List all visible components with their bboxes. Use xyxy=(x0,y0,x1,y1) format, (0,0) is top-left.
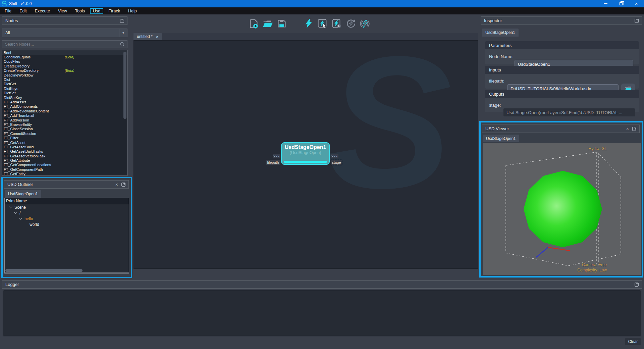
minimize-icon xyxy=(604,3,607,4)
node-list-item[interactable]: Dict xyxy=(2,77,127,82)
graph-toolbar xyxy=(133,16,478,31)
node-list-item-label: FT_GetAssetVersionTask xyxy=(4,154,45,158)
node-list-item[interactable]: FT_AddComponents xyxy=(2,104,127,109)
node-list-item[interactable]: DictSetKey xyxy=(2,95,127,100)
input-port-icon[interactable]: >>> xyxy=(273,154,280,158)
chevron-down-icon[interactable] xyxy=(9,205,12,208)
execute-from-selected-button[interactable] xyxy=(331,18,342,29)
tree-item-hello[interactable]: hello xyxy=(5,216,129,221)
node-list-item[interactable]: DictKeys xyxy=(2,86,127,91)
popout-icon[interactable] xyxy=(632,127,636,131)
node-list-item-label: DictKeys xyxy=(4,87,18,91)
menu-item-help[interactable]: Help xyxy=(125,8,140,14)
auto-execute-button[interactable] xyxy=(345,18,356,29)
node-list-item-label: FT_GetComponentLocations xyxy=(4,163,51,167)
execute-selected-button[interactable] xyxy=(317,18,328,29)
chevron-down-icon[interactable] xyxy=(19,216,22,220)
node-list-item[interactable]: ConditionEquals(Beta) xyxy=(2,55,127,59)
node-list-item[interactable]: FT_GetEntity xyxy=(2,172,127,176)
menu-item-file[interactable]: File xyxy=(2,8,14,14)
node-list-item[interactable]: FT_CloseSession xyxy=(2,127,127,131)
menu-item-tools[interactable]: Tools xyxy=(72,8,88,14)
node-list-item[interactable]: FT_GetAssetBuild xyxy=(2,145,127,149)
inspector-tab[interactable]: UsdStageOpen1 xyxy=(482,29,519,37)
node-list-item[interactable]: FT_AddVersion xyxy=(2,118,127,122)
usd-viewer-panel: USD Viewer × UsdStageOpen1 Hydra: GL C xyxy=(479,121,643,278)
parameters-group: Parameters Node Name: xyxy=(485,41,639,64)
popout-icon[interactable] xyxy=(121,183,125,187)
node-list-item-label: DictSetKey xyxy=(4,96,22,100)
tree-item-label: world xyxy=(30,222,39,227)
app-logo-icon xyxy=(2,1,7,6)
node-list-item[interactable]: CopyFiles xyxy=(2,59,127,64)
inspector-panel-title: Inspector xyxy=(484,18,502,23)
new-graph-button[interactable] xyxy=(248,18,259,29)
graph-tab-bar: untitled * × xyxy=(133,33,478,40)
input-port-label[interactable]: filepath xyxy=(266,160,280,165)
logger-output-area[interactable] xyxy=(3,290,641,336)
scrollbar-thumb[interactable] xyxy=(123,52,126,119)
viewer-viewport[interactable]: Hydra: GL Camera: Free Complexity: Low xyxy=(483,143,641,275)
stage-label: stage: xyxy=(489,103,501,108)
tree-item-[interactable]: / xyxy=(5,210,129,216)
node-list-item[interactable]: FT_GetAsset xyxy=(2,140,127,145)
node-list-item[interactable]: Bool xyxy=(2,50,127,55)
menu-item-view[interactable]: View xyxy=(55,8,70,14)
node-list-item[interactable]: FT_CommitSession xyxy=(2,131,127,136)
viewer-tab[interactable]: UsdStageOpen1 xyxy=(483,135,519,142)
close-button[interactable]: × xyxy=(629,0,644,7)
node-list-item[interactable]: FT_BrowseEntity xyxy=(2,122,127,127)
node-list-item[interactable]: FT_AddAsset xyxy=(2,100,127,104)
menu-item-ftrack[interactable]: Ftrack xyxy=(105,8,123,14)
node-list-item[interactable]: FT_Filter xyxy=(2,136,127,140)
node-list-item[interactable]: DictSet xyxy=(2,91,127,95)
tree-item-Scene[interactable]: Scene xyxy=(5,204,129,210)
node-title: UsdStageOpen1 xyxy=(282,144,329,150)
chevron-down-icon[interactable] xyxy=(14,211,17,214)
node-list-item[interactable]: DeadlineWorkflow xyxy=(2,73,127,77)
restore-button[interactable] xyxy=(613,0,629,7)
node-list-item[interactable]: FT_AddThumbnail xyxy=(2,113,127,117)
popout-icon[interactable] xyxy=(635,283,639,287)
stage-value-field xyxy=(503,108,635,117)
menu-item-execute[interactable]: Execute xyxy=(32,8,53,14)
popout-icon[interactable] xyxy=(635,19,639,23)
close-panel-icon[interactable]: × xyxy=(115,182,118,187)
menu-item-usd[interactable]: Usd xyxy=(90,8,103,14)
restore-icon xyxy=(620,2,623,5)
clear-log-button[interactable]: Clear xyxy=(625,338,641,345)
save-graph-button[interactable] xyxy=(276,18,287,29)
node-list-item[interactable]: FT_GetComponentLocations xyxy=(2,163,127,167)
popout-icon[interactable] xyxy=(120,19,124,23)
output-port-label[interactable]: stage xyxy=(331,160,342,165)
live-connection-button[interactable] xyxy=(360,18,370,29)
node-list-item-label: FT_GetComponentPath xyxy=(4,167,43,171)
node-list-item[interactable]: FT_GetAssetBuildTasks xyxy=(2,149,127,154)
node-list-item[interactable]: FT_GetComponentPath xyxy=(2,167,127,171)
scrollbar-thumb[interactable] xyxy=(5,269,83,272)
menu-item-edit[interactable]: Edit xyxy=(16,8,30,14)
node-list-item[interactable]: CreateTempDirectory(Beta) xyxy=(2,68,127,73)
usd-stage-open-node[interactable]: UsdStageOpen1 (UsdStageOpen) xyxy=(281,142,330,165)
tree-item-world[interactable]: world xyxy=(5,221,129,227)
minimize-button[interactable] xyxy=(598,0,613,7)
graph-tab-untitled[interactable]: untitled * × xyxy=(133,33,162,40)
axis-gizmo xyxy=(483,143,641,275)
close-panel-icon[interactable]: × xyxy=(626,127,629,131)
open-graph-button[interactable] xyxy=(262,18,273,29)
search-input[interactable] xyxy=(2,42,120,47)
node-list-item[interactable]: FT_GetAssetVersionTask xyxy=(2,154,127,158)
window-title: Shift - v1.0.0 xyxy=(9,1,32,6)
node-list-item[interactable]: FT_GetAttribute xyxy=(2,158,127,162)
tree-item-label: hello xyxy=(24,216,33,221)
node-list-item[interactable]: FT_AddReviewableContent xyxy=(2,109,127,113)
node-list-item[interactable]: DictGet xyxy=(2,82,127,86)
execute-all-button[interactable] xyxy=(303,18,314,29)
outliner-tab[interactable]: UsdStageOpen1 xyxy=(5,190,41,198)
nodes-filter-dropdown[interactable]: All ▼ xyxy=(2,29,127,37)
close-icon: × xyxy=(635,1,638,6)
output-port-icon[interactable]: >>> xyxy=(331,154,338,158)
node-graph-canvas[interactable]: S UsdStageOpen1 (UsdStageOpen) >>> filep… xyxy=(133,40,478,269)
close-tab-icon[interactable]: × xyxy=(156,35,159,39)
node-list-item[interactable]: CreateDirectory xyxy=(2,64,127,68)
